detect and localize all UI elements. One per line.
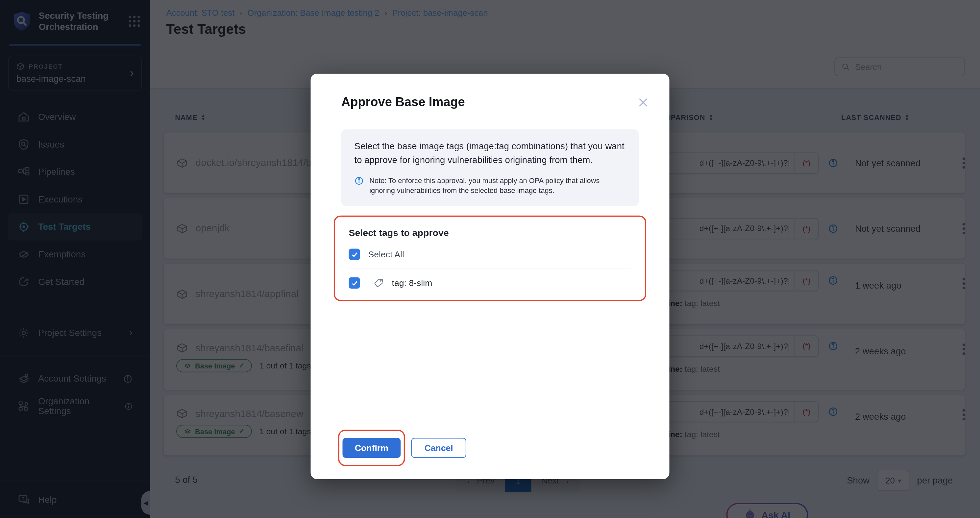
modal-description-box: Select the base image tags (image:tag co… <box>341 129 639 206</box>
tag-checkbox[interactable] <box>348 277 360 289</box>
approve-base-image-modal: Approve Base Image Select the base image… <box>311 74 670 479</box>
select-tags-section: Select tags to approve Select All <box>334 216 646 301</box>
modal-description: Select the base image tags (image:tag co… <box>355 140 626 167</box>
select-all-checkbox[interactable] <box>348 248 360 260</box>
section-title: Select tags to approve <box>348 227 631 238</box>
close-icon[interactable] <box>637 96 649 109</box>
tag-item-row: tag: 8-slim <box>348 277 631 289</box>
select-all-row: Select All <box>348 248 631 260</box>
screen: Security Testing Orchestration PROJECT b… <box>0 0 980 518</box>
confirm-button[interactable]: Confirm <box>342 438 401 458</box>
section-divider <box>348 269 631 269</box>
modal-note: Note: To enforce this approval, you must… <box>369 175 625 196</box>
tag-item-label: tag: 8-slim <box>392 278 433 288</box>
select-all-label: Select All <box>368 249 404 259</box>
info-icon <box>355 176 364 185</box>
modal-note-row: Note: To enforce this approval, you must… <box>355 175 626 196</box>
cancel-button[interactable]: Cancel <box>411 438 466 458</box>
modal-title: Approve Base Image <box>341 95 465 110</box>
check-icon <box>351 251 358 258</box>
check-icon <box>351 280 358 286</box>
tag-icon <box>374 278 384 288</box>
